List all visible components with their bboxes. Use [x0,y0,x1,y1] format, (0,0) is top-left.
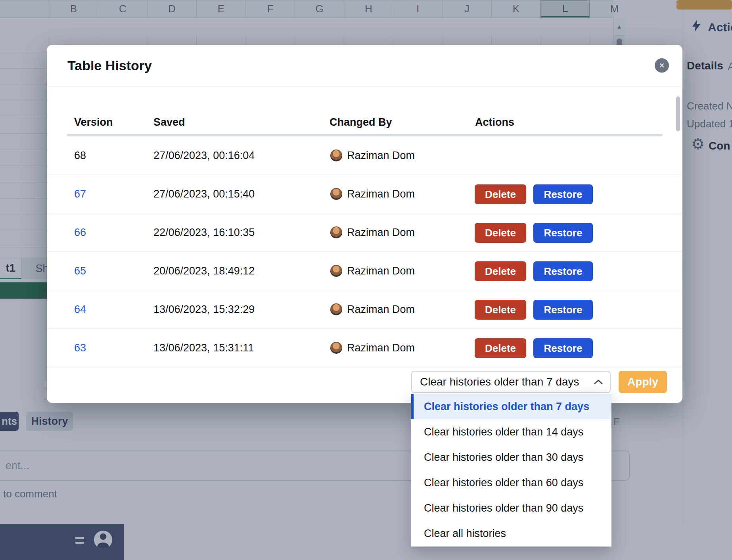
modal-scrollbar-thumb[interactable] [676,96,680,131]
table-row: 64 13/06/2023, 15:32:29 Raziman Dom Dele… [47,290,682,329]
chevron-up-icon [594,380,603,384]
delete-button[interactable]: Delete [475,300,526,320]
saved-timestamp: 27/06/2023, 00:16:04 [153,150,255,162]
table-history-modal: Table History × Version Saved Changed By… [47,45,682,403]
restore-button[interactable]: Restore [533,300,593,320]
version-link[interactable]: 66 [74,226,86,239]
menu-option-30-days[interactable]: Clear histories older than 30 days [411,445,611,470]
col-header-saved: Saved [153,116,185,128]
screen: B C D E F G H I J K L M t1 She ▲ Actio D… [0,0,732,560]
version-link[interactable]: 65 [74,265,86,277]
user-avatar [330,226,342,238]
menu-option-7-days[interactable]: Clear histories older than 7 days [411,394,611,419]
user-avatar [330,188,342,200]
table-row: 67 27/06/2023, 00:15:40 Raziman Dom Dele… [47,175,682,213]
modal-header: Table History × [47,45,682,86]
delete-button[interactable]: Delete [475,338,526,358]
menu-option-90-days[interactable]: Clear histories older than 90 days [411,495,611,521]
modal-title: Table History [67,58,152,73]
table-row: 63 13/06/2023, 15:31:11 Raziman Dom Dele… [47,329,682,367]
changed-by-name: Raziman Dom [347,226,415,239]
menu-option-60-days[interactable]: Clear histories older than 60 days [411,470,611,495]
version-current: 68 [74,150,86,162]
user-avatar [330,342,342,354]
user-avatar [330,303,342,315]
restore-button[interactable]: Restore [533,184,593,204]
table-row: 68 27/06/2023, 00:16:04 Raziman Dom [47,136,682,175]
history-rows: 68 27/06/2023, 00:16:04 Raziman Dom 67 2… [47,136,682,367]
delete-button[interactable]: Delete [475,223,526,243]
apply-button[interactable]: Apply [619,371,667,393]
close-icon[interactable]: × [655,58,669,73]
saved-timestamp: 20/06/2023, 18:49:12 [153,265,255,277]
col-header-version: Version [74,116,113,128]
restore-button[interactable]: Restore [533,223,593,243]
restore-button[interactable]: Restore [533,338,593,358]
menu-option-14-days[interactable]: Clear histories older than 14 days [411,419,611,445]
clear-histories-dropdown-menu: Clear histories older than 7 days Clear … [411,393,611,547]
changed-by-name: Raziman Dom [347,303,415,316]
restore-button[interactable]: Restore [533,261,593,281]
changed-by-name: Raziman Dom [347,188,415,200]
clear-histories-select[interactable]: Clear histories older than 7 days [411,371,611,393]
delete-button[interactable]: Delete [475,261,526,281]
version-link[interactable]: 67 [74,188,86,200]
changed-by-name: Raziman Dom [347,342,415,354]
table-row: 66 22/06/2023, 16:10:35 Raziman Dom Dele… [47,213,682,252]
version-link[interactable]: 63 [74,342,86,354]
saved-timestamp: 22/06/2023, 16:10:35 [153,226,255,239]
col-header-changed-by: Changed By [330,116,392,128]
saved-timestamp: 13/06/2023, 15:32:29 [153,303,255,316]
version-link[interactable]: 64 [74,303,86,316]
changed-by-name: Raziman Dom [347,265,415,277]
clear-select-value: Clear histories older than 7 days [420,376,579,388]
changed-by-name: Raziman Dom [347,150,415,162]
saved-timestamp: 13/06/2023, 15:31:11 [153,342,254,354]
saved-timestamp: 27/06/2023, 00:15:40 [153,188,255,200]
table-row: 65 20/06/2023, 18:49:12 Raziman Dom Dele… [47,252,682,290]
menu-option-clear-all[interactable]: Clear all histories [411,521,611,546]
delete-button[interactable]: Delete [475,184,526,204]
user-avatar [330,265,342,277]
user-avatar [330,150,342,161]
col-header-actions: Actions [475,116,514,128]
